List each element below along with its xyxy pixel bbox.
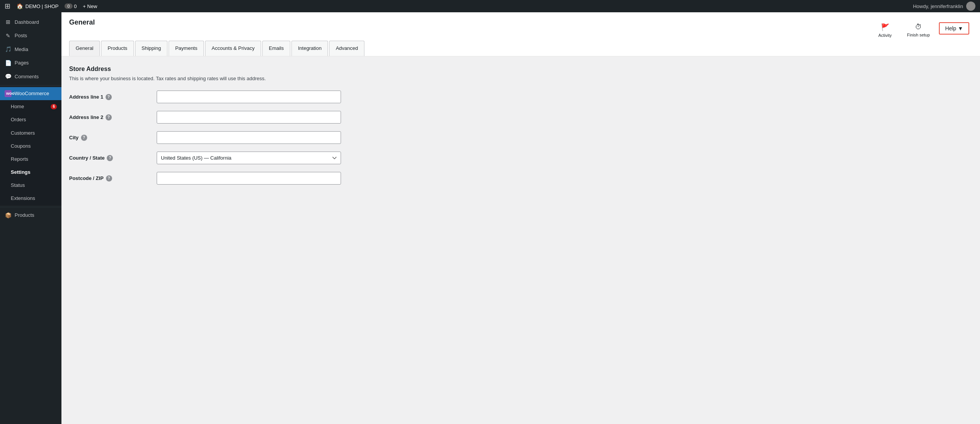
tab-payments[interactable]: Payments [169, 41, 204, 56]
wp-logo[interactable]: ⊞ [5, 2, 10, 10]
woo-submenu: Home 6 Orders Customers Coupons Reports … [0, 100, 61, 205]
page-title: General [69, 18, 95, 26]
home-badge: 6 [51, 104, 57, 109]
sidebar-label-pages: Pages [15, 59, 29, 66]
page-title-area: General [69, 18, 95, 31]
field-row-city: City ? [69, 131, 972, 144]
bubble-count: 0 [65, 3, 72, 9]
dashboard-icon: ⊞ [5, 18, 12, 26]
sidebar-label-status: Status [11, 182, 25, 189]
tab-general[interactable]: General [69, 41, 100, 56]
site-name[interactable]: 🏠 DEMO | SHOP [17, 3, 58, 9]
tab-shipping[interactable]: Shipping [135, 41, 168, 56]
finish-setup-icon: ⏱ [915, 23, 922, 31]
help-icon-city[interactable]: ? [81, 135, 87, 141]
new-label[interactable]: + New [83, 3, 97, 9]
adminbar-right: Howdy, jenniferfranklin [913, 2, 975, 11]
sidebar-item-dashboard[interactable]: ⊞ Dashboard [0, 15, 61, 29]
field-row-postcode: Postcode / ZIP ? [69, 172, 972, 185]
field-row-country-state: Country / State ? United States (US) — C… [69, 152, 972, 164]
sidebar-label-products: Products [15, 212, 34, 219]
country-state-select[interactable]: United States (US) — California United S… [157, 152, 341, 164]
section-desc: This is where your business is located. … [69, 76, 972, 81]
activity-flag-icon: 🚩 [881, 23, 889, 31]
city-input[interactable] [157, 131, 341, 144]
field-row-address2: Address line 2 ? [69, 111, 972, 124]
sidebar-item-products[interactable]: 📦 Products [0, 209, 61, 223]
admin-bar: ⊞ 🏠 DEMO | SHOP 0 0 + New Howdy, jennife… [0, 0, 980, 12]
sidebar-item-reports[interactable]: Reports [0, 153, 61, 166]
activity-button[interactable]: 🚩 Activity [872, 20, 898, 41]
sidebar-label-extensions: Extensions [11, 195, 35, 202]
help-icon-address2[interactable]: ? [106, 114, 112, 120]
page-header: General 🚩 Activity ⏱ Finish setup Help [61, 12, 980, 56]
field-input-wrap-address2 [157, 111, 341, 124]
help-icon-country-state[interactable]: ? [107, 155, 113, 161]
tab-products[interactable]: Products [101, 41, 134, 56]
help-button[interactable]: Help ▼ [939, 22, 969, 35]
tab-emails[interactable]: Emails [262, 41, 290, 56]
sidebar-item-orders[interactable]: Orders [0, 113, 61, 126]
sidebar-item-posts[interactable]: ✎ Posts [0, 29, 61, 43]
finish-setup-label: Finish setup [907, 33, 930, 37]
field-label-address2: Address line 2 ? [69, 114, 154, 120]
home-icon: 🏠 [17, 3, 23, 9]
products-icon: 📦 [5, 212, 12, 219]
field-label-country-state: Country / State ? [69, 155, 154, 161]
howdy-text: Howdy, jenniferfranklin [913, 3, 963, 9]
sidebar-label-reports: Reports [11, 156, 28, 163]
sidebar-label-posts: Posts [15, 32, 27, 39]
sidebar-item-media[interactable]: 🎵 Media [0, 43, 61, 56]
sidebar-label-settings: Settings [11, 169, 30, 176]
sidebar-item-home[interactable]: Home 6 [0, 100, 61, 113]
woocommerce-icon: woo [5, 90, 12, 97]
activity-label: Activity [878, 33, 892, 38]
store-address-section: Store Address This is where your busines… [69, 66, 972, 185]
field-label-address1: Address line 1 ? [69, 94, 154, 100]
sidebar-item-coupons[interactable]: Coupons [0, 140, 61, 153]
main-content: General 🚩 Activity ⏱ Finish setup Help [61, 12, 980, 424]
avatar [966, 2, 975, 11]
field-input-wrap-country-state: United States (US) — California United S… [157, 152, 341, 164]
help-icon-postcode[interactable]: ? [106, 175, 112, 181]
sidebar-label-woocommerce: WooCommerce [15, 90, 49, 97]
field-input-wrap-city [157, 131, 341, 144]
tab-accounts-privacy[interactable]: Accounts & Privacy [205, 41, 261, 56]
sidebar-item-comments[interactable]: 💬 Comments [0, 70, 61, 84]
section-title: Store Address [69, 66, 972, 73]
sidebar-label-coupons: Coupons [11, 143, 31, 150]
field-input-wrap-address1 [157, 91, 341, 103]
sidebar-item-customers[interactable]: Customers [0, 127, 61, 140]
content-area: Store Address This is where your busines… [61, 56, 980, 424]
posts-icon: ✎ [5, 32, 12, 40]
sidebar-label-media: Media [15, 46, 28, 53]
postcode-input[interactable] [157, 172, 341, 185]
address1-input[interactable] [157, 91, 341, 103]
field-label-postcode: Postcode / ZIP ? [69, 175, 154, 181]
sidebar-item-extensions[interactable]: Extensions [0, 192, 61, 205]
pages-icon: 📄 [5, 59, 12, 67]
field-label-city: City ? [69, 135, 154, 141]
sidebar-label-customers: Customers [11, 130, 35, 137]
field-row-address1: Address line 1 ? [69, 91, 972, 103]
tab-advanced[interactable]: Advanced [329, 41, 364, 56]
sidebar-label-home: Home [11, 103, 24, 110]
sidebar-item-woocommerce[interactable]: woo WooCommerce [0, 87, 61, 100]
settings-tabs: General Products Shipping Payments Accou… [69, 41, 972, 56]
tab-integration[interactable]: Integration [291, 41, 328, 56]
field-input-wrap-postcode [157, 172, 341, 185]
sidebar-item-settings[interactable]: Settings [0, 166, 61, 179]
help-arrow-icon: ▼ [958, 25, 963, 31]
help-icon-address1[interactable]: ? [106, 94, 112, 100]
comments-icon: 💬 [5, 73, 12, 81]
sidebar-item-pages[interactable]: 📄 Pages [0, 56, 61, 70]
finish-setup-button[interactable]: ⏱ Finish setup [901, 20, 936, 40]
sidebar-item-status[interactable]: Status [0, 179, 61, 192]
bubble-count-num: 0 [74, 3, 77, 9]
sidebar-label-orders: Orders [11, 116, 26, 123]
address2-input[interactable] [157, 111, 341, 124]
sidebar-label-dashboard: Dashboard [15, 19, 39, 26]
new-button[interactable]: 0 0 + New [65, 3, 97, 9]
sidebar: ⊞ Dashboard ✎ Posts 🎵 Media 📄 Pages 💬 Co… [0, 12, 61, 424]
site-name-label: DEMO | SHOP [25, 3, 58, 9]
